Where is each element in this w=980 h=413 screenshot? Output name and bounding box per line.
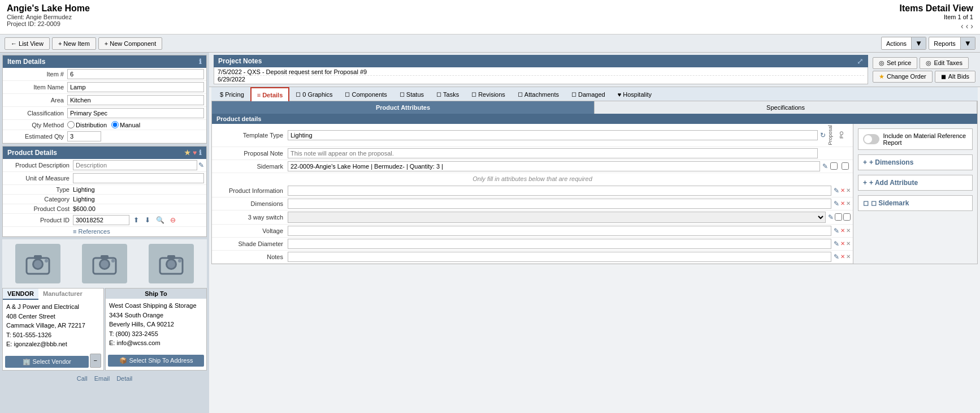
dimensions-label: Dimensions: [214, 200, 288, 207]
est-qty-input[interactable]: [67, 131, 101, 141]
dim-edit[interactable]: ✎: [834, 200, 839, 208]
area-input[interactable]: [67, 95, 204, 105]
actions-dropdown[interactable]: ▼: [911, 37, 926, 49]
star-icon2: ★: [879, 73, 884, 80]
info-icon[interactable]: ℹ: [199, 58, 202, 66]
qty-method-radios: Distribution Manual: [67, 121, 140, 128]
item-name-input[interactable]: [67, 82, 204, 92]
manufacturer-tab[interactable]: Manufacturer: [38, 289, 87, 300]
product-id-search[interactable]: 🔍: [154, 216, 166, 225]
prod-info-x2[interactable]: ✕: [846, 187, 851, 193]
tab-components[interactable]: ◻ Components: [339, 87, 393, 101]
camera-icon-2[interactable]: [82, 244, 127, 283]
tab-revisions[interactable]: ◻ Revisions: [465, 87, 511, 101]
nav-prev-icon[interactable]: ‹: [966, 21, 969, 31]
expand-icon[interactable]: ⤢: [857, 57, 864, 66]
nav-back-icon[interactable]: ‹: [961, 21, 964, 31]
alt-bids-button[interactable]: ◼ Alt Bids: [935, 71, 975, 83]
voltage-x1[interactable]: ✕: [840, 227, 845, 234]
reports-label: Reports: [929, 38, 960, 49]
distribution-radio[interactable]: [67, 121, 75, 128]
tab-damaged[interactable]: ◻ Damaged: [565, 87, 612, 101]
tab-status[interactable]: ◻ Status: [393, 87, 430, 101]
heart-icon[interactable]: ♥: [193, 149, 197, 157]
tab-details[interactable]: ≡ Details: [250, 87, 290, 101]
camera-svg-1: [24, 251, 52, 277]
sidemark-edit-icon[interactable]: ✎: [822, 162, 828, 170]
shade-x2[interactable]: ✕: [846, 240, 851, 247]
dimensions-input[interactable]: [288, 199, 831, 209]
add-attribute-title[interactable]: + + Add Attribute: [863, 179, 968, 187]
new-component-button[interactable]: + New Component: [98, 37, 162, 50]
references-button[interactable]: ≡ References: [73, 228, 110, 235]
prod-info-x1[interactable]: ✕: [840, 187, 845, 193]
manual-radio[interactable]: [111, 121, 119, 128]
sidemark-proposal-checkbox[interactable]: [842, 162, 849, 170]
tab-attachments[interactable]: ◻ Attachments: [511, 87, 565, 101]
proposal-note-label: Proposal Note: [214, 150, 288, 157]
prod-info-edit[interactable]: ✎: [834, 187, 839, 195]
sidemark-input[interactable]: [288, 161, 820, 171]
shade-diameter-input[interactable]: [288, 239, 831, 249]
product-attrs-tab[interactable]: Product Attributes: [212, 101, 595, 114]
hospitality-icon: ♥: [618, 91, 622, 98]
product-id-clear[interactable]: ⊖: [168, 216, 177, 225]
nav-next-icon[interactable]: ›: [970, 21, 973, 31]
notes-edit[interactable]: ✎: [834, 253, 839, 261]
select-vendor-button[interactable]: 🏢 Select Vendor: [5, 356, 89, 368]
tab-tasks[interactable]: ◻ Tasks: [430, 87, 465, 101]
tab-pricing[interactable]: $ Pricing: [214, 87, 250, 101]
shade-edit[interactable]: ✎: [834, 240, 839, 248]
camera-icon-1[interactable]: [15, 244, 60, 283]
call-link[interactable]: Call: [77, 375, 88, 382]
star-icon[interactable]: ★: [184, 149, 190, 157]
product-id-input[interactable]: [73, 215, 129, 225]
product-id-upload[interactable]: ⬆: [132, 216, 141, 225]
tab-hospitality[interactable]: ♥ Hospitality: [612, 87, 658, 101]
shade-x1[interactable]: ✕: [840, 240, 845, 247]
refresh-icon[interactable]: ↻: [820, 131, 826, 139]
voltage-x2[interactable]: ✕: [846, 227, 851, 234]
tab-graphics[interactable]: ◻ 0 Graphics: [289, 87, 339, 101]
item-num-input[interactable]: [67, 69, 204, 79]
template-type-input[interactable]: [288, 130, 818, 140]
dim-x2[interactable]: ✕: [846, 200, 851, 206]
change-order-button[interactable]: ★ Change Order: [873, 71, 933, 83]
info-icon2[interactable]: ℹ: [199, 149, 202, 157]
specifications-tab[interactable]: Specifications: [595, 101, 977, 114]
sidemark-proposal-check: [839, 162, 851, 170]
voltage-input[interactable]: [288, 226, 831, 236]
vendor-phone: T: 501-555-1326: [6, 330, 100, 340]
vendor-tab[interactable]: VENDOR: [3, 289, 38, 300]
voltage-edit[interactable]: ✎: [834, 227, 839, 235]
product-info-input[interactable]: [288, 186, 831, 196]
remove-vendor-button[interactable]: −: [90, 354, 101, 368]
detail-link[interactable]: Detail: [116, 375, 132, 382]
three-way-check1[interactable]: [835, 213, 842, 221]
three-way-check2[interactable]: [843, 213, 851, 221]
select-ship-button[interactable]: 📦 Select Ship To Address: [108, 355, 204, 367]
proposal-note-input[interactable]: [288, 148, 818, 158]
product-id-download[interactable]: ⬇: [143, 216, 152, 225]
list-view-button[interactable]: ← List View: [5, 37, 50, 50]
set-price-button[interactable]: ◎ Set price: [873, 57, 917, 69]
product-desc-input[interactable]: [73, 160, 197, 170]
edit-taxes-button[interactable]: ◎ Edit Taxes: [920, 57, 969, 69]
edit-icon[interactable]: ✎: [198, 161, 204, 169]
classification-input[interactable]: [67, 108, 204, 118]
notes-x2[interactable]: ✕: [846, 253, 851, 260]
three-way-edit[interactable]: ✎: [828, 213, 834, 221]
unit-measure-input[interactable]: [73, 173, 204, 183]
new-item-button[interactable]: + New Item: [52, 37, 96, 50]
dimensions-title[interactable]: + + Dimensions: [863, 158, 968, 166]
notes-input[interactable]: [288, 252, 831, 262]
three-way-select[interactable]: [288, 212, 826, 223]
notes-x1[interactable]: ✕: [840, 253, 845, 260]
email-link[interactable]: Email: [94, 375, 110, 382]
sidemark-po-checkbox[interactable]: [830, 162, 838, 170]
reports-dropdown[interactable]: ▼: [960, 37, 975, 49]
camera-icon-3[interactable]: [149, 244, 194, 283]
project-notes-area: Project Notes ⤢ 7/5/2022 - QXS - Deposit…: [214, 55, 868, 84]
sidemark-title[interactable]: ◻ ◻ Sidemark: [863, 199, 968, 207]
dim-x1[interactable]: ✕: [840, 200, 845, 206]
